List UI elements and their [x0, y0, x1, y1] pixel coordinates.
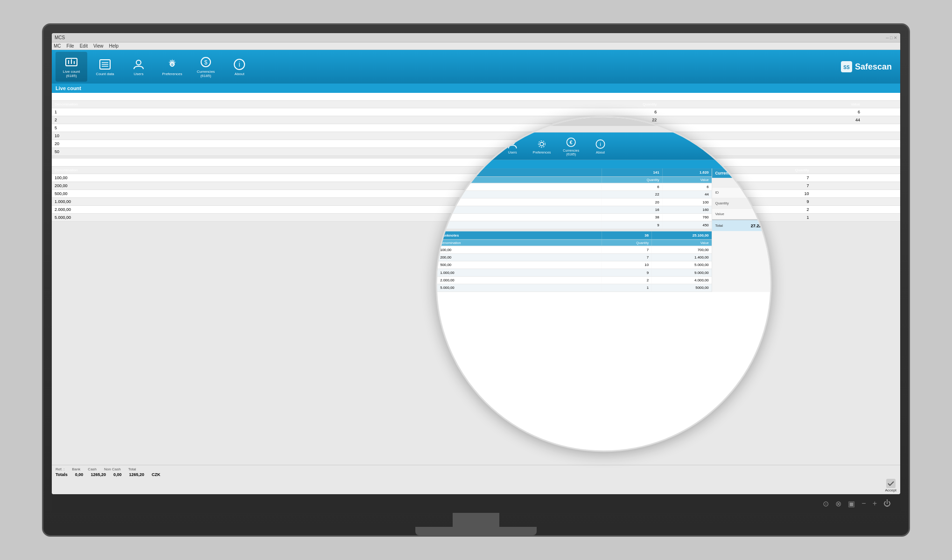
current-item-total-row: Total 27.220,00	[712, 219, 772, 231]
toolbar-label-currencies: Currencies(6185)	[197, 70, 215, 78]
current-item-panel: Current Item Notes ID 500,00 Quantity 0	[712, 168, 771, 292]
monitor-ctrl-2[interactable]: ⊗	[835, 499, 841, 508]
monitor-ctrl-power[interactable]: ⏻	[883, 499, 891, 508]
svg-text:SS: SS	[843, 65, 850, 70]
lg-col-qty-bn: Quantity	[602, 239, 652, 246]
val-value: 0,00	[763, 212, 770, 216]
large-coins-table: Coins 141 1.620 Denomination Quantity Va…	[437, 168, 712, 229]
large-data-area: Coins 141 1.620 Denomination Quantity Va…	[437, 168, 712, 292]
large-toolbar-btn-currencies[interactable]: € Currencies(6185)	[557, 134, 585, 159]
lg-coins-label: Coins	[437, 168, 602, 176]
large-titlebar: MCS	[437, 117, 772, 126]
toolbar-btn-preferences[interactable]: Preferences	[156, 52, 188, 82]
svg-point-25	[511, 140, 515, 144]
monitor-ctrl-3[interactable]: ▣	[848, 499, 855, 508]
menu-file[interactable]: File	[67, 43, 74, 49]
lg-coins-val: 1.620	[662, 168, 712, 176]
lg-col-val-bn: Value	[652, 239, 712, 246]
monitor-stand-base	[415, 527, 537, 535]
qty-value: 0	[768, 201, 770, 205]
toolbar-btn-currencies[interactable]: $ Currencies(6185)	[190, 52, 222, 82]
col-denomination: Denomination	[52, 101, 413, 108]
large-app-title: MCS	[440, 119, 448, 123]
toolbar-btn-about[interactable]: i About	[224, 52, 255, 82]
col-current	[863, 101, 900, 108]
col-value: Value	[659, 101, 863, 108]
current-item-col	[863, 93, 900, 101]
small-titlebar: MCS ─ □ ✕	[52, 33, 900, 42]
menu-help-lg[interactable]: Help	[484, 127, 492, 131]
current-item-val-row: Value 0,00	[712, 209, 772, 219]
large-toolbar-btn-preferences[interactable]: Preferences	[528, 134, 555, 159]
large-toolbar: Live count(6185) Count data	[437, 133, 772, 160]
svg-text:€: €	[570, 140, 573, 145]
monitor-ctrl-5[interactable]: +	[873, 499, 877, 508]
svg-point-8	[136, 60, 141, 65]
small-toolbar: Live count(6185) Count data	[52, 50, 900, 84]
lg-col-val: Value	[662, 176, 712, 183]
large-toolbar-btn-live-count[interactable]: Live count(6185)	[440, 134, 468, 159]
magnified-content: MCS MC File Edit View Help	[437, 117, 772, 452]
table-row: 2038760	[437, 214, 712, 221]
large-menubar-inline	[451, 118, 770, 125]
accept-button[interactable]: Accept	[885, 479, 896, 492]
coins-section-label: Coins	[52, 93, 413, 101]
menu-help[interactable]: Help	[109, 43, 119, 49]
col-denomination-bn: Denomination	[52, 167, 504, 174]
table-row: 100,007700,00	[437, 246, 712, 253]
large-toolbar-label-about: About	[596, 150, 605, 154]
table-row: 500,00105.000,00	[437, 261, 712, 269]
menu-mc[interactable]: MC	[54, 43, 61, 49]
banknotes-val-col	[812, 159, 900, 167]
col-quantity: Quantity	[413, 101, 660, 108]
large-main-area: Coins 141 1.620 Denomination Quantity Va…	[437, 168, 772, 292]
toolbar-btn-live-count[interactable]: Live count(6185)	[56, 52, 87, 82]
menu-view-lg[interactable]: View	[471, 127, 479, 131]
menu-view[interactable]: View	[93, 43, 104, 49]
table-row: 1.000,0099.000,00	[437, 269, 712, 276]
table-row: 200,0071.400,00	[437, 253, 712, 261]
monitor-stand-neck	[453, 513, 499, 527]
svg-text:$: $	[204, 59, 208, 66]
lg-col-denom: Denomination	[437, 176, 602, 183]
monitor-ctrl-4[interactable]: −	[861, 499, 866, 508]
large-toolbar-label-preferences: Preferences	[533, 150, 551, 154]
large-toolbar-label-currencies: Currencies(6185)	[563, 148, 579, 156]
app-title: MCS	[55, 35, 65, 40]
menu-file-lg[interactable]: File	[449, 127, 455, 131]
id-label: ID	[715, 190, 719, 195]
large-toolbar-label-count-data: Count data	[475, 150, 491, 154]
total-value: 27.220,00	[751, 223, 770, 228]
coins-total-qty: 141	[413, 93, 660, 101]
menu-mc-lg[interactable]: MC	[439, 127, 445, 131]
accept-label: Accept	[885, 488, 896, 492]
val-label: Value	[715, 212, 724, 216]
svg-rect-16	[886, 479, 896, 488]
toolbar-btn-count-data[interactable]: Count data	[89, 52, 121, 82]
monitor-ctrl-1[interactable]: ⊙	[823, 499, 829, 508]
toolbar-label-users: Users	[134, 72, 144, 76]
menu-edit[interactable]: Edit	[80, 43, 88, 49]
accept-area: Accept	[56, 479, 896, 492]
current-item-id-row: ID 500,00	[712, 188, 772, 198]
table-row: 1016160	[437, 206, 712, 213]
id-value: 500,00	[758, 190, 770, 195]
lg-col-denom-bn: Denomination	[437, 239, 602, 246]
logo-text: Safescan	[855, 62, 892, 72]
large-toolbar-btn-count-data[interactable]: Count data	[469, 134, 497, 159]
svg-text:i: i	[600, 140, 601, 147]
banknotes-section-label: Banknotes	[52, 159, 504, 167]
table-row: 22244	[437, 190, 712, 198]
menu-edit-lg[interactable]: Edit	[460, 127, 467, 131]
totals-values: Totals 0,00 1265,20 0,00 1265,20 CZK	[56, 472, 896, 477]
toolbar-btn-users[interactable]: Users	[123, 52, 154, 82]
lg-banknotes-qty: 36	[602, 231, 652, 239]
toolbar-label-live-count: Live count(6185)	[63, 70, 80, 78]
svg-text:i: i	[238, 61, 240, 68]
current-item-qty-row: Quantity 0	[712, 198, 772, 209]
large-toolbar-btn-about[interactable]: i About	[587, 134, 614, 159]
large-menubar: MC File Edit View Help	[437, 126, 772, 133]
table-row: 520100	[437, 198, 712, 206]
toolbar-label-preferences: Preferences	[162, 72, 182, 76]
large-toolbar-btn-users[interactable]: Users	[499, 134, 526, 159]
